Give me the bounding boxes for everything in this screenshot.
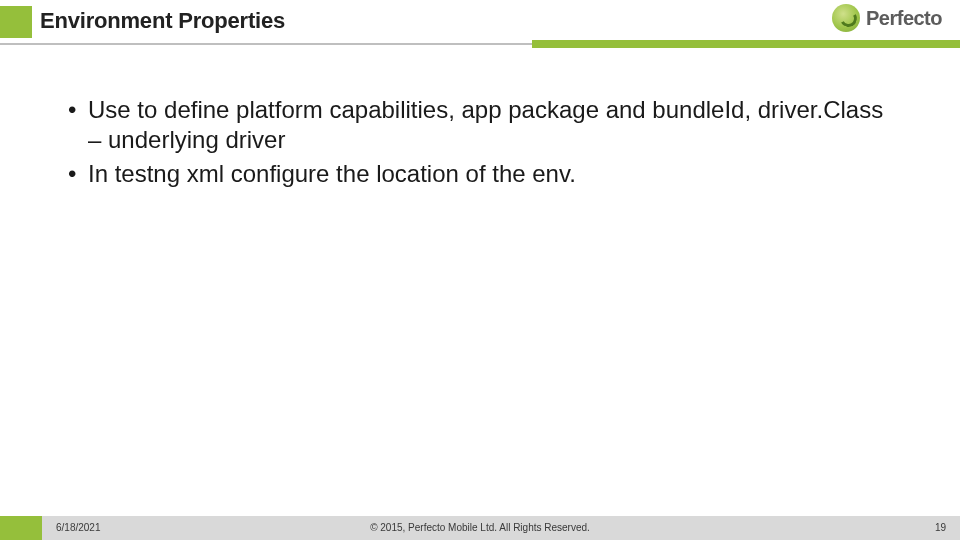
footer-page-number: 19 (935, 516, 946, 540)
rule-grey-icon (0, 43, 532, 45)
header-rule (0, 40, 960, 50)
footer: 6/18/2021 © 2015, Perfecto Mobile Ltd. A… (0, 516, 960, 540)
page-title: Environment Properties (40, 8, 285, 34)
slide: Environment Properties Perfecto • Use to… (0, 0, 960, 540)
brand-logo-text: Perfecto (866, 7, 942, 30)
bullet-icon: • (68, 159, 88, 189)
accent-square-icon (0, 6, 32, 38)
bullet-text: In testng xml configure the location of … (88, 159, 900, 189)
list-item: • In testng xml configure the location o… (68, 159, 900, 189)
footer-copyright: © 2015, Perfecto Mobile Ltd. All Rights … (0, 516, 960, 540)
rule-green-icon (532, 40, 960, 48)
bullet-text: Use to define platform capabilities, app… (88, 95, 900, 155)
body: • Use to define platform capabilities, a… (68, 95, 900, 189)
perfecto-mark-icon (832, 4, 860, 32)
list-item: • Use to define platform capabilities, a… (68, 95, 900, 155)
brand-logo: Perfecto (832, 4, 942, 32)
bullet-icon: • (68, 95, 88, 155)
